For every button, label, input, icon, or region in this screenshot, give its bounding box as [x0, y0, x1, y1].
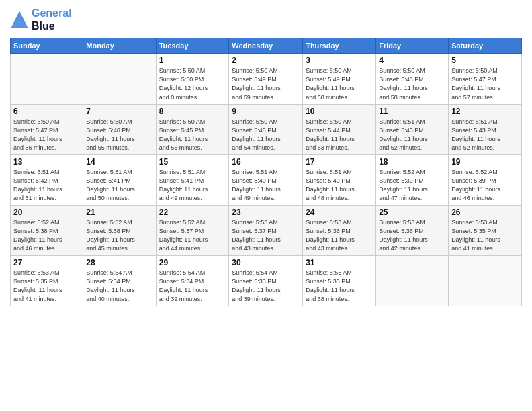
day-cell: 20Sunrise: 5:52 AM Sunset: 5:38 PM Dayli…: [11, 205, 83, 255]
day-number: 20: [13, 208, 80, 217]
day-cell: 13Sunrise: 5:51 AM Sunset: 5:42 PM Dayli…: [11, 154, 83, 205]
col-header-sunday: Sunday: [11, 38, 83, 54]
day-cell: 9Sunrise: 5:50 AM Sunset: 5:45 PM Daylig…: [229, 104, 303, 154]
day-cell: 12Sunrise: 5:51 AM Sunset: 5:43 PM Dayli…: [449, 104, 522, 154]
day-number: 13: [13, 157, 80, 167]
day-cell: 25Sunrise: 5:53 AM Sunset: 5:36 PM Dayli…: [376, 205, 449, 255]
calendar-header-row: SundayMondayTuesdayWednesdayThursdayFrid…: [11, 38, 522, 54]
day-info: Sunrise: 5:53 AM Sunset: 5:35 PM Dayligh…: [13, 269, 80, 304]
day-info: Sunrise: 5:51 AM Sunset: 5:40 PM Dayligh…: [306, 168, 373, 203]
day-cell: 19Sunrise: 5:52 AM Sunset: 5:39 PM Dayli…: [449, 154, 522, 205]
calendar-table: SundayMondayTuesdayWednesdayThursdayFrid…: [10, 38, 522, 306]
week-row-2: 6Sunrise: 5:50 AM Sunset: 5:47 PM Daylig…: [11, 104, 522, 154]
day-cell: 21Sunrise: 5:52 AM Sunset: 5:38 PM Dayli…: [83, 205, 156, 255]
day-info: Sunrise: 5:50 AM Sunset: 5:50 PM Dayligh…: [159, 66, 226, 101]
day-number: 16: [232, 157, 300, 167]
day-info: Sunrise: 5:52 AM Sunset: 5:38 PM Dayligh…: [13, 218, 80, 253]
day-info: Sunrise: 5:51 AM Sunset: 5:41 PM Dayligh…: [86, 168, 152, 203]
week-row-4: 20Sunrise: 5:52 AM Sunset: 5:38 PM Dayli…: [11, 205, 522, 255]
day-cell: 5Sunrise: 5:50 AM Sunset: 5:47 PM Daylig…: [449, 54, 522, 104]
day-cell: 17Sunrise: 5:51 AM Sunset: 5:40 PM Dayli…: [303, 154, 376, 205]
col-header-tuesday: Tuesday: [156, 38, 229, 54]
day-info: Sunrise: 5:54 AM Sunset: 5:34 PM Dayligh…: [159, 269, 226, 304]
day-cell: 31Sunrise: 5:55 AM Sunset: 5:33 PM Dayli…: [303, 256, 376, 306]
day-number: 10: [306, 107, 373, 116]
day-number: 1: [159, 56, 226, 65]
day-number: 9: [232, 107, 300, 116]
day-number: 15: [159, 157, 226, 167]
day-cell: 8Sunrise: 5:50 AM Sunset: 5:45 PM Daylig…: [156, 104, 229, 154]
col-header-friday: Friday: [376, 38, 449, 54]
day-cell: [83, 54, 156, 104]
day-cell: 10Sunrise: 5:50 AM Sunset: 5:44 PM Dayli…: [303, 104, 376, 154]
day-number: 17: [306, 157, 373, 167]
day-number: 28: [86, 258, 152, 267]
day-cell: 27Sunrise: 5:53 AM Sunset: 5:35 PM Dayli…: [11, 256, 83, 306]
day-number: 31: [306, 258, 373, 267]
day-info: Sunrise: 5:51 AM Sunset: 5:42 PM Dayligh…: [13, 168, 80, 203]
day-number: 11: [379, 107, 445, 116]
day-number: 4: [379, 56, 445, 65]
day-cell: [449, 256, 522, 306]
day-cell: 14Sunrise: 5:51 AM Sunset: 5:41 PM Dayli…: [83, 154, 156, 205]
day-number: 3: [306, 56, 373, 65]
day-cell: 3Sunrise: 5:50 AM Sunset: 5:49 PM Daylig…: [303, 54, 376, 104]
day-number: 30: [232, 258, 300, 267]
day-info: Sunrise: 5:50 AM Sunset: 5:49 PM Dayligh…: [232, 66, 300, 101]
day-info: Sunrise: 5:51 AM Sunset: 5:43 PM Dayligh…: [451, 118, 519, 152]
day-number: 12: [451, 107, 519, 116]
day-number: 23: [232, 208, 300, 217]
page-container: General Blue SundayMondayTuesdayWednesda…: [0, 0, 532, 313]
day-number: 2: [232, 56, 300, 65]
col-header-saturday: Saturday: [449, 38, 522, 54]
day-info: Sunrise: 5:50 AM Sunset: 5:47 PM Dayligh…: [451, 66, 519, 101]
day-info: Sunrise: 5:52 AM Sunset: 5:38 PM Dayligh…: [86, 218, 152, 253]
day-number: 21: [86, 208, 152, 217]
day-info: Sunrise: 5:53 AM Sunset: 5:36 PM Dayligh…: [306, 218, 373, 253]
logo: General Blue: [10, 7, 72, 32]
day-info: Sunrise: 5:55 AM Sunset: 5:33 PM Dayligh…: [306, 269, 373, 304]
day-info: Sunrise: 5:51 AM Sunset: 5:40 PM Dayligh…: [232, 168, 300, 203]
day-cell: 2Sunrise: 5:50 AM Sunset: 5:49 PM Daylig…: [229, 54, 303, 104]
day-info: Sunrise: 5:52 AM Sunset: 5:39 PM Dayligh…: [451, 168, 519, 203]
day-cell: 16Sunrise: 5:51 AM Sunset: 5:40 PM Dayli…: [229, 154, 303, 205]
header: General Blue: [10, 7, 522, 32]
week-row-5: 27Sunrise: 5:53 AM Sunset: 5:35 PM Dayli…: [11, 256, 522, 306]
day-cell: 7Sunrise: 5:50 AM Sunset: 5:46 PM Daylig…: [83, 104, 156, 154]
day-cell: 6Sunrise: 5:50 AM Sunset: 5:47 PM Daylig…: [11, 104, 83, 154]
day-cell: 22Sunrise: 5:52 AM Sunset: 5:37 PM Dayli…: [156, 205, 229, 255]
day-info: Sunrise: 5:50 AM Sunset: 5:44 PM Dayligh…: [306, 118, 373, 152]
day-cell: 30Sunrise: 5:54 AM Sunset: 5:33 PM Dayli…: [229, 256, 303, 306]
day-info: Sunrise: 5:54 AM Sunset: 5:33 PM Dayligh…: [232, 269, 300, 304]
day-cell: 24Sunrise: 5:53 AM Sunset: 5:36 PM Dayli…: [303, 205, 376, 255]
day-number: 29: [159, 258, 226, 267]
day-number: 5: [451, 56, 519, 65]
day-info: Sunrise: 5:53 AM Sunset: 5:36 PM Dayligh…: [379, 218, 445, 253]
logo-text: General Blue: [32, 7, 72, 32]
day-info: Sunrise: 5:53 AM Sunset: 5:35 PM Dayligh…: [451, 218, 519, 253]
day-info: Sunrise: 5:50 AM Sunset: 5:49 PM Dayligh…: [306, 66, 373, 101]
day-number: 25: [379, 208, 445, 217]
day-number: 19: [451, 157, 519, 167]
day-number: 8: [159, 107, 226, 116]
day-info: Sunrise: 5:51 AM Sunset: 5:43 PM Dayligh…: [379, 118, 445, 152]
day-cell: 29Sunrise: 5:54 AM Sunset: 5:34 PM Dayli…: [156, 256, 229, 306]
day-cell: 11Sunrise: 5:51 AM Sunset: 5:43 PM Dayli…: [376, 104, 449, 154]
day-cell: 23Sunrise: 5:53 AM Sunset: 5:37 PM Dayli…: [229, 205, 303, 255]
day-info: Sunrise: 5:50 AM Sunset: 5:45 PM Dayligh…: [232, 118, 300, 152]
col-header-wednesday: Wednesday: [229, 38, 303, 54]
day-number: 6: [13, 107, 80, 116]
day-number: 14: [86, 157, 152, 167]
week-row-3: 13Sunrise: 5:51 AM Sunset: 5:42 PM Dayli…: [11, 154, 522, 205]
col-header-monday: Monday: [83, 38, 156, 54]
day-number: 18: [379, 157, 445, 167]
logo-icon: [10, 10, 29, 29]
day-info: Sunrise: 5:52 AM Sunset: 5:37 PM Dayligh…: [159, 218, 226, 253]
week-row-1: 1Sunrise: 5:50 AM Sunset: 5:50 PM Daylig…: [11, 54, 522, 104]
day-info: Sunrise: 5:51 AM Sunset: 5:41 PM Dayligh…: [159, 168, 226, 203]
day-number: 24: [306, 208, 373, 217]
day-number: 27: [13, 258, 80, 267]
col-header-thursday: Thursday: [303, 38, 376, 54]
day-cell: 4Sunrise: 5:50 AM Sunset: 5:48 PM Daylig…: [376, 54, 449, 104]
day-info: Sunrise: 5:50 AM Sunset: 5:46 PM Dayligh…: [86, 118, 152, 152]
